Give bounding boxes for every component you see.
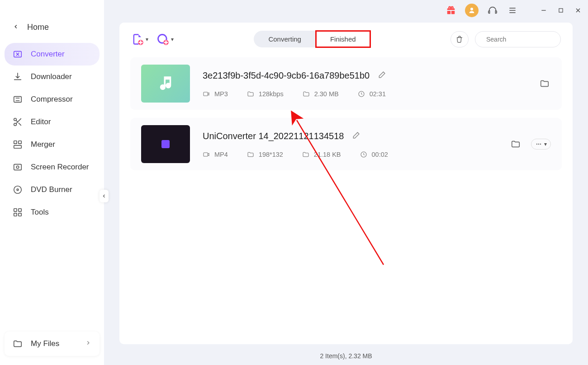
sidebar-item-merger[interactable]: Merger	[5, 133, 100, 156]
audio-thumbnail	[141, 65, 190, 103]
tab-converting[interactable]: Converting	[254, 31, 316, 47]
folder-icon	[13, 339, 23, 349]
nav-label: Converter	[31, 50, 65, 59]
record-icon	[13, 162, 23, 172]
scissors-icon	[13, 117, 23, 127]
sidebar-item-dvd-burner[interactable]: DVD Burner	[5, 178, 100, 201]
video-thumbnail	[141, 125, 190, 163]
nav-label: Merger	[31, 140, 55, 149]
merger-icon	[13, 140, 23, 150]
more-actions-button[interactable]: ▾	[531, 139, 551, 150]
search-box[interactable]	[475, 31, 561, 47]
home-link[interactable]: Home	[0, 18, 104, 43]
chevron-down-icon: ▾	[146, 36, 148, 42]
file-row[interactable]: UniConverter 14_20221121134518 MP4 198*1…	[130, 118, 562, 170]
file-meta: MP4 198*132 21.18 KB 00:02	[203, 151, 497, 158]
svg-rect-27	[204, 92, 208, 96]
open-folder-button[interactable]	[509, 138, 522, 150]
panel: ▾ ▾ Converting Finished	[119, 23, 573, 344]
toolbar: ▾ ▾ Converting Finished	[119, 23, 573, 54]
svg-rect-7	[14, 164, 22, 170]
sidebar: Home Converter Downloader Compressor Edi…	[0, 0, 104, 365]
svg-rect-11	[14, 209, 17, 211]
file-title: UniConverter 14_20221121134518	[203, 131, 344, 141]
add-file-button[interactable]: ▾	[131, 33, 148, 46]
folder-icon	[247, 90, 254, 98]
sidebar-item-tools[interactable]: Tools	[5, 201, 100, 224]
file-meta: MP3 128kbps 2.30 MB 02:31	[203, 90, 526, 98]
svg-point-32	[538, 144, 539, 145]
file-size: 2.30 MB	[314, 90, 339, 98]
ellipsis-icon	[535, 140, 542, 148]
svg-point-9	[14, 186, 22, 194]
chevron-down-icon: ▾	[544, 141, 547, 147]
svg-point-8	[16, 166, 19, 168]
clock-icon	[358, 90, 365, 98]
main: ▾ ▾ Converting Finished	[104, 0, 588, 365]
video-icon	[203, 90, 210, 98]
nav-label: Screen Recorder	[31, 163, 89, 172]
nav: Converter Downloader Compressor Editor M…	[0, 43, 104, 224]
file-list: 3e213f9b-3f5d-4c90-9cb6-16a789be51b0 MP3…	[119, 54, 573, 174]
file-duration: 00:02	[372, 151, 388, 158]
file-spec: 128kbps	[259, 90, 284, 98]
sidebar-item-screen-recorder[interactable]: Screen Recorder	[5, 156, 100, 178]
svg-rect-13	[14, 213, 17, 216]
svg-rect-14	[19, 213, 21, 216]
svg-rect-1	[14, 97, 22, 103]
download-icon	[13, 72, 23, 82]
toolbar-right	[450, 31, 561, 47]
nav-label: Compressor	[31, 95, 73, 104]
sidebar-item-downloader[interactable]: Downloader	[5, 66, 100, 88]
svg-rect-12	[19, 209, 21, 211]
tab-finished[interactable]: Finished	[316, 31, 370, 47]
home-label: Home	[27, 23, 49, 32]
rename-icon[interactable]	[378, 70, 387, 81]
converter-icon	[13, 49, 23, 59]
file-row[interactable]: 3e213f9b-3f5d-4c90-9cb6-16a789be51b0 MP3…	[130, 57, 562, 110]
rename-icon[interactable]	[352, 131, 361, 142]
sidebar-item-compressor[interactable]: Compressor	[5, 88, 100, 111]
status-segment: Converting Finished	[254, 31, 370, 47]
clear-list-button[interactable]	[450, 31, 469, 47]
svg-rect-5	[19, 141, 21, 144]
search-input[interactable]	[486, 36, 565, 43]
my-files-label: My Files	[31, 339, 59, 348]
svg-rect-4	[14, 141, 17, 144]
add-url-button[interactable]: ▾	[156, 33, 174, 46]
svg-point-10	[17, 189, 19, 191]
disc-icon	[13, 185, 23, 195]
file-format: MP3	[214, 90, 228, 98]
sidebar-item-editor[interactable]: Editor	[5, 111, 100, 133]
svg-rect-29	[204, 153, 208, 156]
nav-label: Tools	[31, 208, 49, 217]
video-icon	[203, 151, 210, 158]
file-actions: ▾	[509, 138, 551, 150]
clock-icon	[360, 151, 367, 158]
compressor-icon	[13, 94, 23, 104]
file-spec: 198*132	[259, 151, 283, 158]
nav-label: Editor	[31, 117, 51, 126]
file-title: 3e213f9b-3f5d-4c90-9cb6-16a789be51b0	[203, 70, 370, 81]
file-format: MP4	[214, 151, 228, 158]
file-actions	[538, 77, 551, 90]
status-bar: 2 Item(s), 2.32 MB	[119, 344, 573, 365]
chevron-right-icon	[85, 339, 91, 348]
nav-label: DVD Burner	[31, 185, 72, 194]
back-icon	[13, 23, 19, 32]
file-info: UniConverter 14_20221121134518 MP4 198*1…	[203, 131, 497, 158]
file-size: 21.18 KB	[314, 151, 341, 158]
folder-icon	[303, 90, 310, 98]
sidebar-item-converter[interactable]: Converter	[5, 43, 100, 66]
svg-point-33	[540, 144, 541, 145]
svg-point-31	[536, 144, 537, 145]
open-folder-button[interactable]	[538, 77, 551, 90]
svg-rect-6	[14, 145, 22, 148]
nav-label: Downloader	[31, 72, 72, 81]
grid-icon	[13, 207, 23, 217]
my-files-button[interactable]: My Files	[5, 332, 100, 356]
folder-icon	[302, 151, 309, 158]
file-duration: 02:31	[370, 90, 386, 98]
chevron-down-icon: ▾	[171, 36, 174, 42]
file-info: 3e213f9b-3f5d-4c90-9cb6-16a789be51b0 MP3…	[203, 70, 526, 98]
